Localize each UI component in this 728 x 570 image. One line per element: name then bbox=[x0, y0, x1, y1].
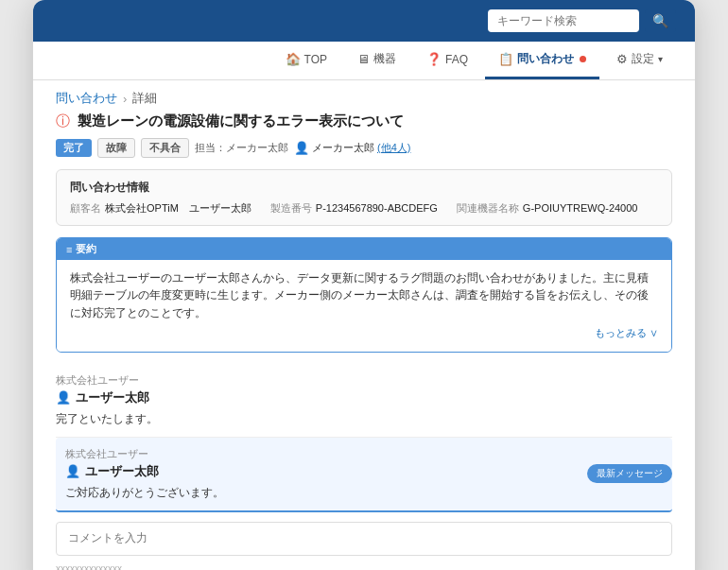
summary-header-icon: ≡ bbox=[66, 244, 72, 255]
msg-author-name-2: ユーザー太郎 bbox=[85, 463, 159, 480]
monitor-icon: 🖥 bbox=[357, 52, 370, 66]
nav-item-settings[interactable]: ⚙ 設定 ▾ bbox=[603, 42, 676, 79]
latest-badge: 最新メッセージ bbox=[587, 464, 672, 483]
page-title-row: ⓘ 製造レーンの電源設備に関するエラー表示について bbox=[56, 112, 672, 130]
msg-author-2: 👤 ユーザー太郎 bbox=[65, 463, 663, 480]
info-item-serial: 製造番号 P-1234567890-ABCDEFG bbox=[270, 201, 438, 216]
others-link[interactable]: (他4人) bbox=[377, 141, 410, 155]
msg-company-2: 株式会社ユーザー bbox=[65, 447, 663, 461]
msg-company-1: 株式会社ユーザー bbox=[56, 373, 672, 388]
user-name: メーカー太郎 bbox=[312, 141, 374, 155]
nav-label-settings: 設定 bbox=[632, 51, 654, 67]
assignee-label: 担当：メーカー太郎 bbox=[195, 141, 288, 155]
inquiry-info-section: 問い合わせ情報 顧客名 株式会社OPTiM ユーザー太郎 製造番号 P-1234… bbox=[56, 169, 672, 226]
search-area: 🔍 bbox=[488, 9, 676, 32]
info-label-equipment: 関連機器名称 bbox=[457, 201, 519, 216]
info-section-title: 問い合わせ情報 bbox=[70, 180, 658, 196]
summary-body: 株式会社ユーザーのユーザー太郎さんから、データ更新に関するラグ問題のお問い合わせ… bbox=[57, 260, 671, 352]
notification-dot bbox=[580, 56, 586, 62]
info-value-serial: P-1234567890-ABCDEFG bbox=[316, 202, 438, 214]
gear-icon: ⚙ bbox=[616, 52, 628, 66]
message-group-1: 株式会社ユーザー 👤 ユーザー太郎 完了といたします。 bbox=[56, 364, 672, 438]
nav-item-top[interactable]: 🏠 TOP bbox=[272, 43, 340, 78]
page-content: ⓘ 製造レーンの電源設備に関するエラー表示について 完了 故障 不具合 担当：メ… bbox=[33, 112, 695, 570]
page-title: 製造レーンの電源設備に関するエラー表示について bbox=[78, 112, 404, 130]
info-label-serial: 製造番号 bbox=[270, 201, 312, 216]
message-group-2: 最新メッセージ 株式会社ユーザー 👤 ユーザー太郎 ご対応ありがとうございます。 bbox=[56, 438, 672, 512]
footer-note: xxxxxxxxxxxxxx。 bbox=[56, 562, 672, 570]
nav-label-inquiry: 問い合わせ bbox=[517, 51, 574, 67]
nav-label-faq: FAQ bbox=[445, 53, 468, 66]
comment-area: xxxxxxxxxxxxxx。 bbox=[56, 522, 672, 570]
browser-window: 🔍 🏠 TOP 🖥 機器 ❓ FAQ 📋 問い合わせ ⚙ 設定 ▾ 問い合 bbox=[33, 0, 695, 570]
home-icon: 🏠 bbox=[286, 52, 301, 66]
info-value-customer: 株式会社OPTiM ユーザー太郎 bbox=[105, 201, 251, 216]
status-tag: 完了 bbox=[56, 139, 92, 157]
search-icon: 🔍 bbox=[652, 13, 668, 28]
nav-item-equipment[interactable]: 🖥 機器 bbox=[344, 42, 409, 79]
info-row: 顧客名 株式会社OPTiM ユーザー太郎 製造番号 P-1234567890-A… bbox=[70, 201, 658, 216]
nav-label-top: TOP bbox=[304, 53, 327, 66]
search-input[interactable] bbox=[488, 9, 639, 32]
msg-text-2: ご対応ありがとうございます。 bbox=[65, 484, 663, 501]
question-icon: ❓ bbox=[426, 52, 442, 66]
user-tag: 👤 メーカー太郎 (他4人) bbox=[294, 141, 410, 155]
tags-row: 完了 故障 不具合 担当：メーカー太郎 👤 メーカー太郎 (他4人) bbox=[56, 138, 672, 158]
summary-header: ≡ 要約 bbox=[57, 238, 671, 260]
nav-item-faq[interactable]: ❓ FAQ bbox=[413, 43, 481, 78]
summary-text: 株式会社ユーザーのユーザー太郎さんから、データ更新に関するラグ問題のお問い合わせ… bbox=[70, 272, 649, 319]
secondary-nav: 🏠 TOP 🖥 機器 ❓ FAQ 📋 問い合わせ ⚙ 設定 ▾ bbox=[33, 42, 695, 80]
message-thread: 株式会社ユーザー 👤 ユーザー太郎 完了といたします。 最新メッセージ 株式会社… bbox=[56, 364, 672, 512]
info-item-equipment: 関連機器名称 G-POIUYTREWQ-24000 bbox=[457, 201, 638, 216]
nav-label-equipment: 機器 bbox=[373, 51, 396, 67]
clipboard-icon: 📋 bbox=[498, 52, 513, 66]
type-tag-defect: 不具合 bbox=[141, 138, 189, 158]
breadcrumb-parent[interactable]: 問い合わせ bbox=[56, 90, 117, 107]
user-avatar-icon-2: 👤 bbox=[65, 464, 80, 478]
breadcrumb: 問い合わせ › 詳細 bbox=[33, 80, 695, 112]
error-icon: ⓘ bbox=[56, 112, 70, 130]
comment-input[interactable] bbox=[56, 522, 672, 556]
msg-author-name-1: ユーザー太郎 bbox=[76, 389, 149, 406]
summary-section: ≡ 要約 株式会社ユーザーのユーザー太郎さんから、データ更新に関するラグ問題のお… bbox=[56, 237, 672, 353]
top-nav: 🔍 bbox=[33, 0, 695, 42]
msg-author-1: 👤 ユーザー太郎 bbox=[56, 389, 672, 406]
more-link[interactable]: もっとみる ∨ bbox=[70, 325, 658, 342]
msg-text-1: 完了といたします。 bbox=[56, 410, 672, 427]
info-value-equipment: G-POIUYTREWQ-24000 bbox=[523, 202, 638, 214]
breadcrumb-separator: › bbox=[123, 92, 127, 106]
chevron-down-icon: ▾ bbox=[658, 54, 663, 64]
breadcrumb-current: 詳細 bbox=[132, 90, 157, 107]
info-item-customer: 顧客名 株式会社OPTiM ユーザー太郎 bbox=[70, 201, 251, 216]
user-icon: 👤 bbox=[294, 141, 309, 155]
search-button[interactable]: 🔍 bbox=[645, 9, 676, 32]
type-tag-fault: 故障 bbox=[97, 138, 135, 158]
info-label-customer: 顧客名 bbox=[70, 201, 101, 216]
user-avatar-icon-1: 👤 bbox=[56, 390, 71, 405]
summary-header-label: 要約 bbox=[76, 242, 96, 256]
nav-item-inquiry[interactable]: 📋 問い合わせ bbox=[485, 42, 599, 79]
